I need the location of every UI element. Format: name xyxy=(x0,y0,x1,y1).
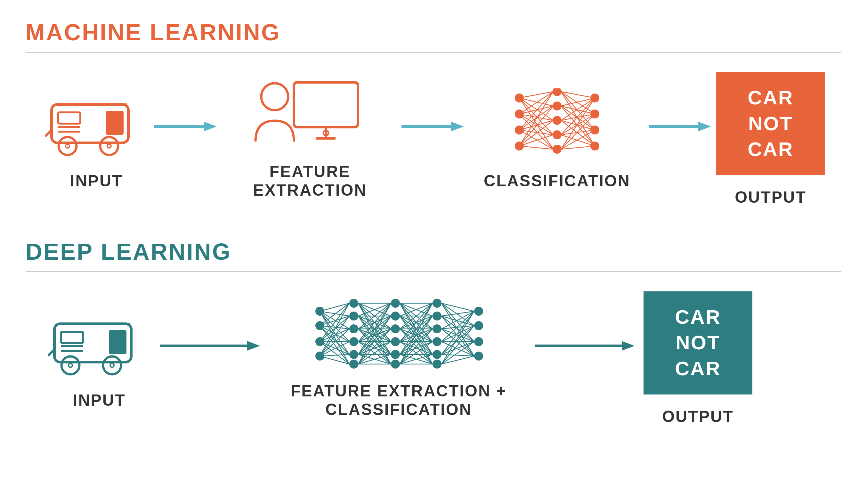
svg-marker-74 xyxy=(698,122,711,131)
dl-fe-class-icon xyxy=(302,298,495,369)
svg-point-71 xyxy=(590,126,599,135)
svg-point-223 xyxy=(391,360,400,368)
svg-line-207 xyxy=(441,356,474,364)
ml-output-line1: CAR xyxy=(748,86,793,109)
ml-classification-icon xyxy=(503,88,611,159)
svg-line-56 xyxy=(561,98,595,149)
dl-divider xyxy=(25,271,842,272)
dl-output-line2: NOT CAR xyxy=(675,331,721,379)
svg-point-64 xyxy=(553,88,561,96)
svg-point-69 xyxy=(590,94,599,103)
dl-section: DEEP LEARNING xyxy=(25,238,842,426)
svg-point-8 xyxy=(100,137,118,155)
svg-point-226 xyxy=(432,324,441,333)
svg-point-232 xyxy=(474,337,483,346)
svg-point-217 xyxy=(349,360,358,368)
ml-input-icon xyxy=(45,88,148,159)
svg-marker-235 xyxy=(622,341,634,351)
svg-point-216 xyxy=(349,350,358,359)
svg-point-222 xyxy=(391,350,400,359)
feature-extraction-icon-ml xyxy=(252,79,367,150)
svg-point-215 xyxy=(349,337,358,346)
svg-point-229 xyxy=(432,360,441,368)
svg-line-184 xyxy=(441,303,474,311)
svg-point-225 xyxy=(432,312,441,321)
dl-input-icon xyxy=(48,308,150,378)
ml-classification-label: CLASSIFICATION xyxy=(484,172,630,190)
svg-point-211 xyxy=(315,352,324,361)
svg-rect-4 xyxy=(106,111,124,135)
ml-flow-row: INPUT xyxy=(25,72,842,206)
svg-point-212 xyxy=(349,299,358,308)
ml-arrow-1 xyxy=(154,118,218,160)
ml-feature-icon xyxy=(252,79,367,150)
svg-point-208 xyxy=(315,307,324,316)
svg-line-50 xyxy=(561,120,595,130)
svg-point-62 xyxy=(515,126,524,135)
svg-point-224 xyxy=(432,299,441,308)
page-container: MACHINE LEARNING xyxy=(0,0,867,504)
svg-point-218 xyxy=(391,299,400,308)
dl-fe-class-label: FEATURE EXTRACTION + CLASSIFICATION xyxy=(263,382,535,419)
neural-network-icon-ml xyxy=(503,88,611,159)
svg-line-52 xyxy=(561,98,595,135)
svg-point-9 xyxy=(107,144,111,148)
ml-divider xyxy=(25,52,842,53)
svg-point-67 xyxy=(553,130,561,139)
svg-line-54 xyxy=(561,130,595,135)
svg-line-32 xyxy=(519,120,553,130)
ml-output-label: OUTPUT xyxy=(735,188,806,206)
dl-input-label: INPUT xyxy=(73,391,126,409)
svg-point-214 xyxy=(349,324,358,333)
svg-point-221 xyxy=(391,337,400,346)
svg-point-210 xyxy=(315,337,324,346)
svg-point-7 xyxy=(66,144,69,148)
svg-point-60 xyxy=(515,94,524,103)
svg-point-65 xyxy=(553,101,561,110)
dl-fe-class-item: FEATURE EXTRACTION + CLASSIFICATION xyxy=(263,298,535,419)
deep-neural-network-icon xyxy=(302,298,495,369)
dl-output-box: CAR NOT CAR xyxy=(643,291,752,395)
ml-title: MACHINE LEARNING xyxy=(25,19,842,45)
ml-arrow-3 xyxy=(649,118,713,160)
svg-point-17 xyxy=(261,83,288,110)
svg-rect-13 xyxy=(294,82,358,127)
dl-output-label: OUTPUT xyxy=(662,407,734,426)
ml-output-line2: NOT CAR xyxy=(748,112,793,160)
svg-point-81 xyxy=(62,356,79,374)
svg-rect-79 xyxy=(109,330,127,354)
dl-arrow-1 xyxy=(160,338,263,379)
dl-arrow-2 xyxy=(535,338,637,379)
ml-feature-label: FEATURE EXTRACTION xyxy=(218,162,402,200)
svg-point-220 xyxy=(391,324,400,333)
svg-point-233 xyxy=(474,352,483,361)
dl-output-item: CAR NOT CAR OUTPUT xyxy=(637,291,759,426)
svg-point-83 xyxy=(103,356,121,374)
dl-flow-row: INPUT xyxy=(25,291,842,426)
ml-classification-item: CLASSIFICATION xyxy=(465,88,649,190)
svg-point-6 xyxy=(58,137,76,155)
ml-arrow-2 xyxy=(402,118,465,160)
svg-point-230 xyxy=(474,307,483,316)
svg-line-24 xyxy=(519,98,553,149)
ml-output-box: CAR NOT CAR xyxy=(716,72,825,175)
svg-point-219 xyxy=(391,312,400,321)
svg-point-63 xyxy=(515,141,524,150)
svg-line-111 xyxy=(320,356,349,364)
ml-output-item: CAR NOT CAR OUTPUT xyxy=(713,72,828,206)
svg-rect-76 xyxy=(61,332,83,343)
svg-rect-1 xyxy=(58,112,81,124)
ml-feature-item: FEATURE EXTRACTION xyxy=(218,79,402,200)
caravan-icon-ml xyxy=(45,88,148,159)
svg-point-72 xyxy=(590,141,599,150)
svg-point-227 xyxy=(432,337,441,346)
svg-point-84 xyxy=(110,363,114,367)
svg-point-82 xyxy=(68,363,72,367)
svg-point-213 xyxy=(349,312,358,321)
svg-point-61 xyxy=(515,109,524,118)
dl-title: DEEP LEARNING xyxy=(25,238,842,265)
dl-input-item: INPUT xyxy=(39,308,160,409)
svg-point-66 xyxy=(553,116,561,125)
ml-input-item: INPUT xyxy=(39,88,154,190)
svg-line-88 xyxy=(320,303,349,311)
